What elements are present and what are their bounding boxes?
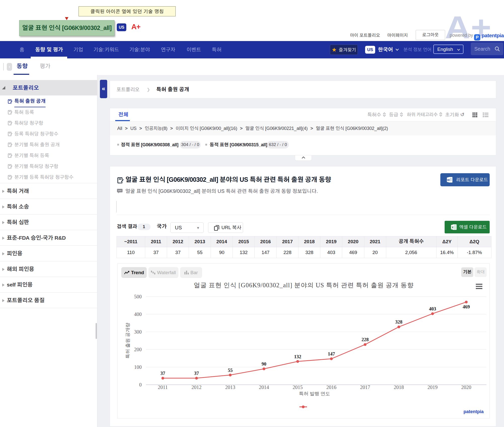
svg-text:300: 300 <box>134 329 142 335</box>
svg-text:2019: 2019 <box>428 384 438 390</box>
svg-text:patentpia: patentpia <box>463 409 484 414</box>
svg-text:469: 469 <box>463 304 470 309</box>
svg-text:2012: 2012 <box>191 384 202 390</box>
svg-text:2011: 2011 <box>158 384 168 390</box>
svg-text:500: 500 <box>134 294 142 299</box>
svg-text:400: 400 <box>134 311 142 317</box>
svg-text:2013: 2013 <box>225 384 235 390</box>
svg-text:2015: 2015 <box>293 384 303 390</box>
svg-text:2014: 2014 <box>259 384 269 390</box>
svg-text:0: 0 <box>139 382 142 387</box>
svg-text:W: W <box>447 179 450 182</box>
svg-text:37: 37 <box>194 371 199 376</box>
svg-text:90: 90 <box>262 361 266 367</box>
svg-text:37: 37 <box>161 371 166 376</box>
svg-text:147: 147 <box>328 351 335 357</box>
svg-text:328: 328 <box>395 319 403 325</box>
svg-text:2016: 2016 <box>326 384 336 390</box>
svg-text:2020: 2020 <box>461 384 471 390</box>
svg-text:55: 55 <box>228 368 233 373</box>
svg-text:403: 403 <box>429 306 436 311</box>
svg-text:132: 132 <box>294 354 301 359</box>
svg-text:2018: 2018 <box>394 384 404 390</box>
svg-text:특허 발행 연도: 특허 발행 연도 <box>299 391 330 396</box>
svg-text:특허 출원 공개량: 특허 출원 공개량 <box>125 323 130 359</box>
svg-text:얼굴 표현 인식 [G06K9/00302_all] 분야의: 얼굴 표현 인식 [G06K9/00302_all] 분야의 US 특허 관련 … <box>194 282 414 289</box>
svg-text:100: 100 <box>134 364 142 370</box>
svg-text:200: 200 <box>134 347 142 352</box>
svg-text:2017: 2017 <box>360 384 370 390</box>
svg-text:228: 228 <box>362 337 369 342</box>
svg-text:X: X <box>452 226 454 229</box>
